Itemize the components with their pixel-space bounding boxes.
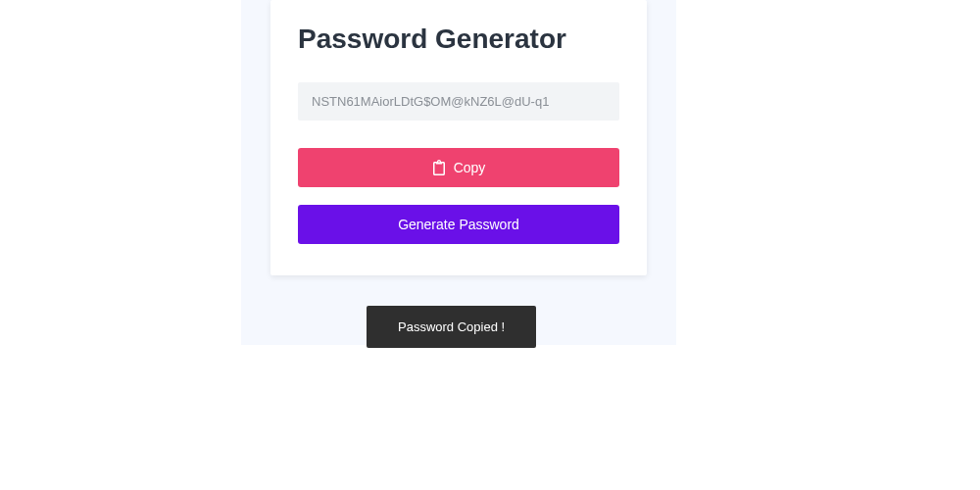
generate-button[interactable]: Generate Password (298, 205, 619, 244)
password-output[interactable] (298, 82, 619, 121)
toast-message: Password Copied ! (398, 319, 505, 334)
copy-button-label: Copy (454, 160, 486, 175)
password-generator-card: Password Generator Copy Generate Passwor… (270, 0, 647, 275)
clipboard-icon (432, 160, 446, 175)
page-title: Password Generator (298, 24, 619, 55)
generate-button-label: Generate Password (398, 217, 519, 232)
toast-notification: Password Copied ! (367, 306, 536, 348)
copy-button[interactable]: Copy (298, 148, 619, 187)
